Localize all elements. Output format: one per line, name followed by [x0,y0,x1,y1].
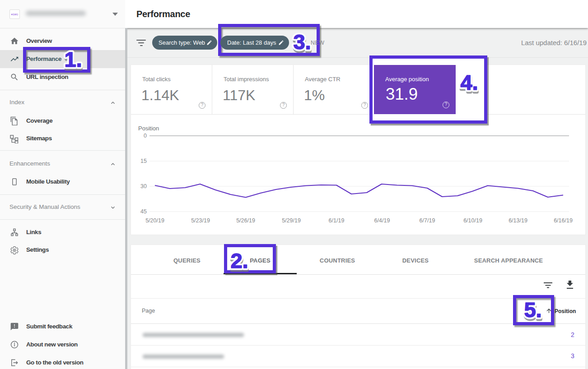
svg-text:2.: 2. [230,249,248,272]
svg-text:4.: 4. [460,70,478,94]
svg-text:5.: 5. [524,298,541,322]
svg-text:1.: 1. [64,47,82,71]
svg-text:3.: 3. [293,30,311,54]
